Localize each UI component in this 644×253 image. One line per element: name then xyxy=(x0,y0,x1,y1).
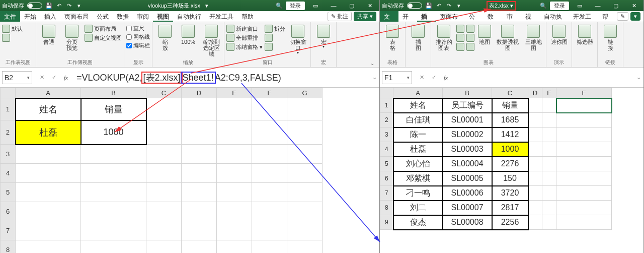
cell-B5[interactable]: SL00004 xyxy=(443,157,492,171)
cell-F2[interactable] xyxy=(556,113,612,128)
tab-data[interactable]: 数据 xyxy=(484,11,502,22)
autosave-toggle[interactable] xyxy=(407,3,422,9)
cell-E5[interactable] xyxy=(542,157,556,171)
cell-A6[interactable] xyxy=(16,202,81,221)
recommended-charts-button[interactable]: 推荐的 图表 xyxy=(433,24,454,51)
row-header[interactable]: 2 xyxy=(1,120,16,145)
cell-G7[interactable] xyxy=(287,221,323,240)
chart-type-2[interactable] xyxy=(456,34,464,42)
maximize-icon[interactable]: ▢ xyxy=(608,3,623,9)
cell-E7[interactable] xyxy=(542,186,556,201)
cell-C5[interactable] xyxy=(146,183,182,202)
col-header[interactable]: D xyxy=(182,88,217,98)
row-header[interactable]: 3 xyxy=(1,145,16,164)
expand-formula-bar-icon[interactable]: ⌄ xyxy=(633,74,643,81)
row-header[interactable]: 8 xyxy=(1,240,16,254)
tab-pagelayout[interactable]: 页面布局 xyxy=(60,11,93,22)
col-header[interactable]: B xyxy=(443,88,492,98)
tab-view[interactable]: 视图 xyxy=(521,11,540,22)
cell-B2[interactable]: 1000 xyxy=(81,120,146,145)
cell-G5[interactable] xyxy=(287,183,323,202)
cell-F5[interactable] xyxy=(556,157,612,171)
cell-A2[interactable]: 杜磊 xyxy=(16,120,81,145)
cell-D4[interactable] xyxy=(182,164,217,183)
cell-E6[interactable] xyxy=(217,202,252,221)
cell-C7[interactable]: 3720 xyxy=(492,186,528,201)
accept-formula-icon[interactable]: ✓ xyxy=(429,74,438,81)
cell-E5[interactable] xyxy=(217,183,252,202)
pivot-chart-button[interactable]: 数据透视图 xyxy=(495,24,521,51)
col-header[interactable]: C xyxy=(492,88,528,98)
unhide-button[interactable] xyxy=(265,43,285,51)
row-header[interactable]: 5 xyxy=(1,183,16,202)
cell-E3[interactable] xyxy=(217,145,252,164)
page-layout-button[interactable]: 页面布局 xyxy=(85,25,122,33)
cell-F7[interactable] xyxy=(556,186,612,201)
qat-dropdown-icon[interactable]: ▾ xyxy=(455,2,462,9)
undo-icon[interactable]: ↶ xyxy=(55,2,62,9)
qat-dropdown-icon[interactable]: ▾ xyxy=(75,2,83,9)
cell-F6[interactable] xyxy=(252,202,287,221)
formula-input[interactable] xyxy=(453,76,633,80)
tab-view[interactable]: 视图 xyxy=(153,11,173,22)
chart-type-4[interactable] xyxy=(466,25,474,33)
tab-automate[interactable]: 自动执行 xyxy=(173,11,205,22)
cell-C6[interactable] xyxy=(146,202,182,221)
save-icon[interactable]: 💾 xyxy=(425,2,432,9)
cell-C1[interactable] xyxy=(146,98,182,120)
cell-B7[interactable]: SL00006 xyxy=(443,186,492,201)
cell-D8[interactable] xyxy=(182,240,217,254)
cell-F3[interactable] xyxy=(252,145,287,164)
login-button[interactable]: 登录 xyxy=(550,2,569,10)
cell-E2[interactable] xyxy=(217,120,252,145)
fx-icon[interactable]: fx xyxy=(441,75,450,81)
cell-C2[interactable] xyxy=(146,120,182,145)
custom-view-button[interactable]: 自定义视图 xyxy=(85,34,122,42)
cell-B1[interactable]: 销量 xyxy=(81,98,146,120)
cell-F8[interactable] xyxy=(556,201,612,215)
tab-home[interactable]: 开始 xyxy=(398,11,417,22)
formula-input[interactable]: =VLOOKUP(A2,[表2.xlsx]Sheet1!A2:C9,3,FALS… xyxy=(73,70,369,86)
cell-E4[interactable] xyxy=(217,164,252,183)
cell-B7[interactable] xyxy=(81,221,146,240)
row-header[interactable]: 5 xyxy=(380,157,393,171)
row-header[interactable]: 3 xyxy=(380,128,393,142)
tab-help[interactable]: 帮助 xyxy=(237,11,258,22)
illustrations-button[interactable]: 插 图 xyxy=(408,24,429,51)
redo-icon[interactable]: ↷ xyxy=(65,2,72,9)
row-header[interactable]: 7 xyxy=(380,186,393,201)
view-pagebreak-button[interactable]: 分页 预览 xyxy=(61,24,83,51)
col-header[interactable]: G xyxy=(287,88,323,98)
tab-formulas[interactable]: 公式 xyxy=(93,11,113,22)
cell-A4[interactable]: 杜磊 xyxy=(393,142,443,157)
cell-C5[interactable]: 2276 xyxy=(492,157,528,171)
cell-B3[interactable] xyxy=(81,145,146,164)
3dmap-button[interactable]: 三维地 图 xyxy=(523,24,544,51)
cell-B8[interactable]: SL00007 xyxy=(443,201,492,215)
name-box[interactable]: F1 ▾ xyxy=(382,71,412,84)
cell-C8[interactable] xyxy=(146,240,182,254)
cell-F1[interactable] xyxy=(252,98,287,120)
cell-E8[interactable] xyxy=(217,240,252,254)
login-button[interactable]: 登录 xyxy=(286,2,305,10)
cell-F4[interactable] xyxy=(252,164,287,183)
col-header[interactable]: D xyxy=(528,88,542,98)
col-header[interactable]: A xyxy=(393,88,443,98)
comments-button[interactable]: ✎ xyxy=(617,12,628,21)
cell-B6[interactable] xyxy=(81,202,146,221)
cell-A7[interactable] xyxy=(16,221,81,240)
row-header[interactable]: 9 xyxy=(380,215,393,230)
fx-icon[interactable]: fx xyxy=(61,75,70,81)
close-icon[interactable]: ✕ xyxy=(626,3,641,9)
cell-D4[interactable] xyxy=(528,142,542,157)
cell-A5[interactable] xyxy=(16,183,81,202)
cell-A4[interactable] xyxy=(16,164,81,183)
cell-E3[interactable] xyxy=(542,128,556,142)
cell-D8[interactable] xyxy=(528,201,542,215)
cell-B1[interactable]: 员工编号 xyxy=(443,98,492,113)
cell-C1[interactable]: 销量 xyxy=(492,98,528,113)
cell-C3[interactable]: 1412 xyxy=(492,128,528,142)
cell-D9[interactable] xyxy=(528,215,542,230)
tab-home[interactable]: 开始 xyxy=(20,11,40,22)
sheetview-default[interactable]: 默认 xyxy=(2,25,23,33)
